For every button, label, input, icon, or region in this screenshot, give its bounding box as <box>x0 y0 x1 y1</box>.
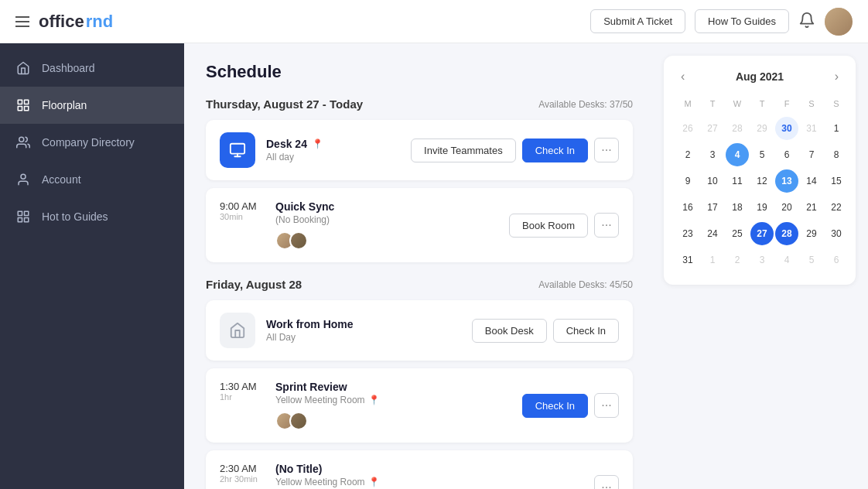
sidebar-item-dashboard[interactable]: Dashboard <box>0 50 184 87</box>
cal-day-3-next[interactable]: 3 <box>750 248 774 272</box>
cal-header-T1: T <box>701 96 724 115</box>
cal-day-27-prev[interactable]: 27 <box>701 117 724 140</box>
friday-header: Friday, August 28 Available Desks: 45/50 <box>206 278 633 291</box>
cal-day-2-next[interactable]: 2 <box>726 248 749 272</box>
cal-day-1[interactable]: 1 <box>825 117 848 140</box>
quick-sync-card: 9:00 AM 30min Quick Sync (No Booking) <box>206 188 633 262</box>
cal-day-13[interactable]: 13 <box>775 169 798 193</box>
quick-sync-more-button[interactable]: ··· <box>594 213 619 238</box>
cal-day-10[interactable]: 10 <box>701 169 724 193</box>
cal-day-28-prev[interactable]: 28 <box>726 117 749 140</box>
cal-day-20[interactable]: 20 <box>775 196 798 219</box>
cal-day-31-prev[interactable]: 31 <box>800 117 823 140</box>
wfh-info: Work from Home All Day <box>266 318 472 343</box>
thursday-header: Thursday, August 27 - Today Available De… <box>206 97 633 111</box>
sidebar-item-floorplan[interactable]: Floorplan <box>0 87 184 124</box>
cal-day-26-prev[interactable]: 26 <box>676 117 699 140</box>
quick-sync-actions: Book Room ··· <box>509 213 619 238</box>
cal-day-30[interactable]: 30 <box>825 222 848 245</box>
cal-day-30-today[interactable]: 30 <box>775 117 798 140</box>
home-icon-box <box>220 313 255 348</box>
cal-day-12[interactable]: 12 <box>750 169 774 193</box>
book-room-button[interactable]: Book Room <box>509 214 588 238</box>
cal-day-14[interactable]: 14 <box>800 169 823 193</box>
thursday-section: Thursday, August 27 - Today Available De… <box>206 97 633 262</box>
no-title-info: (No Title) Yellow Meeting Room 📍 <box>275 463 594 489</box>
wfh-name: Work from Home <box>266 318 472 330</box>
calendar-prev-button[interactable]: ‹ <box>676 68 689 85</box>
user-avatar[interactable] <box>825 8 853 36</box>
cal-header-S2: S <box>825 96 848 115</box>
desk24-more-button[interactable]: ··· <box>594 138 619 162</box>
cal-day-1-next[interactable]: 1 <box>701 248 724 272</box>
cal-day-6-next[interactable]: 6 <box>825 248 848 272</box>
invite-teammates-button[interactable]: Invite Teammates <box>411 138 516 162</box>
cal-day-19[interactable]: 19 <box>750 196 774 219</box>
cal-day-11[interactable]: 11 <box>726 169 749 193</box>
cal-day-18[interactable]: 18 <box>726 196 749 219</box>
desk24-sub: All day <box>266 152 411 162</box>
sprint-review-name: Sprint Review <box>275 381 522 393</box>
cal-day-29[interactable]: 29 <box>800 222 823 245</box>
calendar-box: ‹ Aug 2021 › M T W T F S S 26 27 28 <box>664 56 856 285</box>
cal-day-31[interactable]: 31 <box>676 248 699 272</box>
cal-day-15[interactable]: 15 <box>825 169 848 193</box>
cal-day-24[interactable]: 24 <box>701 222 724 245</box>
cal-day-5-next[interactable]: 5 <box>800 248 823 272</box>
logo-office: office <box>39 12 84 32</box>
page-title: Schedule <box>206 62 633 82</box>
no-title-more-button[interactable]: ··· <box>594 475 619 489</box>
how-to-guides-button[interactable]: How To Guides <box>695 9 789 33</box>
schedule-area: Schedule Thursday, August 27 - Today Ava… <box>184 43 651 489</box>
wfh-check-in-button[interactable]: Check In <box>553 319 619 343</box>
cal-header-W: W <box>726 96 749 115</box>
cal-header-M: M <box>676 96 699 115</box>
cal-day-4[interactable]: 4 <box>726 143 749 166</box>
home-icon <box>15 60 31 76</box>
sidebar-item-company-directory[interactable]: Company Directory <box>0 124 184 161</box>
calendar-next-button[interactable]: › <box>830 68 843 85</box>
cal-day-4-next[interactable]: 4 <box>775 248 798 272</box>
quick-sync-time: 9:00 AM <box>220 200 275 212</box>
sprint-review-actions: Check In ··· <box>522 393 619 418</box>
cal-day-29-prev[interactable]: 29 <box>750 117 774 140</box>
cal-day-28-selected[interactable]: 28 <box>775 222 798 245</box>
submit-ticket-button[interactable]: Submit A Ticket <box>590 9 685 33</box>
sidebar-item-company-directory-label: Company Directory <box>42 136 135 149</box>
header: officernd Submit A Ticket How To Guides <box>0 0 868 43</box>
sidebar-item-account[interactable]: Account <box>0 161 184 198</box>
svg-rect-1 <box>25 100 29 104</box>
desk24-check-in-button[interactable]: Check In <box>522 138 588 162</box>
cal-day-8[interactable]: 8 <box>825 143 848 166</box>
desk-icon-box <box>220 132 255 168</box>
sprint-avatar-2 <box>289 412 308 430</box>
notification-bell-icon[interactable] <box>798 12 815 32</box>
cal-day-6[interactable]: 6 <box>775 143 798 166</box>
cal-day-3[interactable]: 3 <box>701 143 724 166</box>
cal-day-2[interactable]: 2 <box>676 143 699 166</box>
sprint-more-button[interactable]: ··· <box>594 393 619 418</box>
wfh-sub: All Day <box>266 332 472 343</box>
no-title-duration: 2hr 30min <box>220 474 275 484</box>
sprint-review-time: 1:30 AM <box>220 381 275 392</box>
sidebar-item-floorplan-label: Floorplan <box>42 99 87 111</box>
cal-day-22[interactable]: 22 <box>825 196 848 219</box>
header-left: officernd <box>15 12 113 32</box>
cal-day-9[interactable]: 9 <box>676 169 699 193</box>
sprint-check-in-button[interactable]: Check In <box>522 394 588 418</box>
cal-day-7[interactable]: 7 <box>800 143 823 166</box>
friday-available-desks: Available Desks: 45/50 <box>538 279 633 290</box>
cal-day-27-selected[interactable]: 27 <box>750 222 774 245</box>
svg-rect-7 <box>25 211 29 215</box>
sidebar-item-hot-to-guides[interactable]: Hot to Guides <box>0 198 184 235</box>
cal-day-17[interactable]: 17 <box>701 196 724 219</box>
hamburger-menu[interactable] <box>15 16 29 27</box>
cal-day-25[interactable]: 25 <box>726 222 749 245</box>
cal-day-21[interactable]: 21 <box>800 196 823 219</box>
sprint-review-avatars <box>275 412 522 430</box>
cal-day-23[interactable]: 23 <box>676 222 699 245</box>
cal-day-16[interactable]: 16 <box>676 196 699 219</box>
cal-day-5[interactable]: 5 <box>750 143 774 166</box>
book-desk-button[interactable]: Book Desk <box>472 319 547 343</box>
svg-rect-3 <box>25 107 29 111</box>
